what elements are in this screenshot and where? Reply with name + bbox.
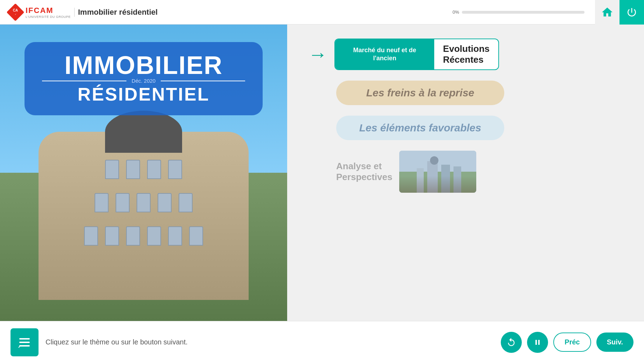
evolutions-card-left: Marché du neuf et de l'ancien [335,39,434,69]
windows-row-1 [105,160,182,179]
svg-rect-6 [441,165,450,193]
power-icon [626,7,637,18]
bottom-bar: Cliquez sur le thème ou sur le bouton su… [0,321,644,363]
reset-button[interactable] [501,332,522,353]
window [126,226,140,246]
left-panel: IMMOBILIER Déc. 2020 RÉSIDENTIEL [0,25,287,321]
main-content: IMMOBILIER Déc. 2020 RÉSIDENTIEL → March… [0,25,644,321]
bottom-menu-icon-box[interactable] [11,328,39,356]
svg-rect-5 [427,161,438,193]
bottom-controls: Préc Suiv. [501,332,633,353]
window [105,226,119,246]
analyse-text: Analyse et Perspectives [336,161,392,183]
row-2: Les freins à la reprise [308,81,623,105]
svg-rect-8 [453,166,461,193]
windows-row-2 [95,193,193,212]
window [84,226,98,246]
ifcam-sub-label: L'UNIVERSITÉ DU GROUPE [26,15,71,19]
cover-text-area: IMMOBILIER Déc. 2020 RÉSIDENTIEL [25,42,263,115]
svg-rect-7 [417,168,424,193]
right-panel: → Marché du neuf et de l'ancien Evolutio… [287,25,644,321]
logo-area: CA ✓ IFCAM L'UNIVERSITÉ DU GROUPE Immobi… [0,4,165,21]
window [189,226,203,246]
svg-text:CA: CA [13,8,18,12]
window [116,193,130,212]
pause-icon [533,337,542,347]
header-right: 0% [442,0,644,25]
dome [105,111,182,153]
row-3: Les éléments favorables [308,116,623,140]
marche-neuf-label: Marché du neuf et de l'ancien [342,46,427,63]
bottom-menu-icon [18,335,32,349]
window [126,160,140,179]
favorables-card[interactable]: Les éléments favorables [336,116,504,140]
window [95,193,109,212]
reset-icon [506,337,516,347]
evolutions-line1: Evolutions [443,43,490,54]
window [147,226,161,246]
analyse-card[interactable]: Analyse et Perspectives [336,151,511,193]
arrow-icon: → [308,43,327,66]
evolutions-line2: Récentes [443,54,484,65]
building-scene: IMMOBILIER Déc. 2020 RÉSIDENTIEL [0,25,287,321]
analyse-city-svg [399,151,476,193]
bottom-instruction: Cliquez sur le thème ou sur le bouton su… [46,338,494,346]
favorables-label: Les éléments favorables [359,122,482,133]
page-title: Immobilier résidentiel [74,8,158,17]
first-row: → Marché du neuf et de l'ancien Evolutio… [308,39,623,70]
svg-point-9 [430,156,438,165]
row-4: Analyse et Perspectives [308,151,623,193]
ca-logo-svg: CA ✓ [7,4,24,21]
window [147,160,161,179]
window [168,160,182,179]
svg-text:✓: ✓ [15,13,16,15]
ca-diamond-wrapper: CA ✓ [7,4,24,21]
window [179,193,193,212]
home-button[interactable] [595,0,619,25]
evolutions-card-right: Evolutions Récentes [434,40,498,69]
prev-button[interactable]: Préc [553,333,591,352]
window [137,193,151,212]
cover-title-sub: RÉSIDENTIEL [42,84,245,105]
cover-date: Déc. 2020 [132,78,155,84]
header: CA ✓ IFCAM L'UNIVERSITÉ DU GROUPE Immobi… [0,0,644,25]
home-icon [601,6,614,19]
svg-rect-10 [19,338,30,340]
window [168,226,182,246]
analyse-line1: Analyse et [336,161,382,171]
building-shape [39,132,249,300]
windows-row-3 [84,226,203,246]
window [105,160,119,179]
svg-rect-0 [7,4,24,21]
ifcam-main-label: IFCAM [26,6,71,15]
ifcam-text: IFCAM L'UNIVERSITÉ DU GROUPE [26,6,71,19]
svg-rect-12 [19,345,30,347]
freins-label: Les freins à la reprise [366,87,475,98]
svg-rect-11 [19,342,30,343]
analyse-image [399,151,476,193]
cover-title-big: IMMOBILIER [42,53,245,78]
progress-bar [462,11,584,14]
pause-button[interactable] [527,332,548,353]
power-button[interactable] [619,0,644,25]
window [158,193,172,212]
progress-area: 0% [442,9,595,15]
evolutions-card[interactable]: Marché du neuf et de l'ancien Evolutions… [334,39,499,70]
ca-logo: CA ✓ IFCAM L'UNIVERSITÉ DU GROUPE [7,4,71,21]
progress-label: 0% [452,9,459,15]
next-button[interactable]: Suiv. [596,333,633,352]
freins-card[interactable]: Les freins à la reprise [336,81,504,105]
analyse-line2: Perspectives [336,172,392,182]
